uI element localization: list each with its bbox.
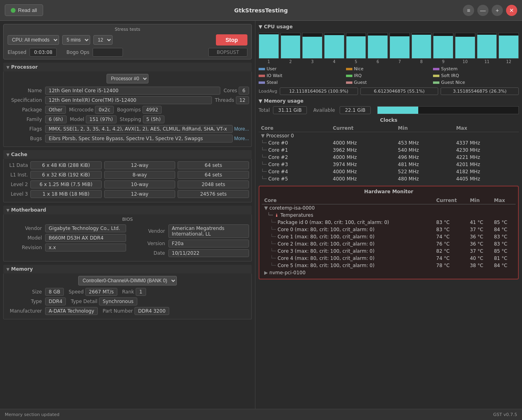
cpu-bar-label: 2 — [289, 59, 292, 64]
hw-sensor-current: 82 °C — [434, 248, 467, 255]
hw-sensor-max: 81 °C — [492, 255, 516, 262]
cache-row-label: Level 3 — [6, 191, 28, 197]
name-row: Name 12th Gen Intel Core i5-12400 Cores … — [6, 87, 249, 95]
cpu-bar-label: 1 — [267, 59, 270, 64]
cpu-bar-fill — [455, 37, 475, 58]
mem-type-detail-value: Synchronous — [99, 297, 137, 305]
main-content: Stress tests CPU: All methods 5 mins 12 … — [0, 21, 522, 409]
clocks-core-min: 540 MHz — [395, 147, 454, 154]
hw-sensor-name: └─ Core 2 (max: 80, crit: 100, crit_alar… — [262, 240, 434, 248]
clocks-col-max: Max — [454, 125, 519, 132]
loadavg-1min: 12.11181640625 (100.9%) — [280, 87, 358, 95]
mb-vendor-label: Vendor — [6, 226, 42, 231]
cpu-bar-fill — [412, 35, 431, 58]
cpu-bar-fill — [324, 35, 344, 58]
flags-more-button[interactable]: More... — [234, 126, 249, 132]
read-all-button[interactable]: Read all — [5, 4, 43, 16]
cpu-bar-fill — [346, 36, 366, 58]
menu-button[interactable]: ≡ — [463, 5, 474, 16]
clocks-core-name: └─ Core #5 — [259, 175, 330, 182]
motherboard-right: Vendor American Megatrends International… — [129, 224, 249, 259]
hw-sensor-max: 85 °C — [492, 248, 516, 255]
clocks-core-name: └─ Core #2 — [259, 154, 330, 161]
bugs-more-button[interactable]: More... — [234, 136, 249, 141]
flags-label: Flags — [6, 126, 42, 132]
elapsed-row: Elapsed 0:03:08 Bogo Ops BOPSUST — [8, 48, 247, 57]
cpu-method-select[interactable]: CPU: All methods — [8, 35, 59, 45]
spec-value: 12th Gen Intel(R) Core(TM) i5-12400 — [45, 96, 212, 104]
maximize-button[interactable]: + — [492, 5, 503, 16]
legend-user: User — [259, 66, 344, 71]
package-label: Package — [6, 107, 42, 113]
clocks-processor-row: ▼ Processor 0 — [259, 132, 519, 140]
memory-select[interactable]: Controller0-ChannelA-DIMM0 (BANK 0) — [78, 276, 177, 285]
mem-type-detail-label: Type Detail — [71, 299, 97, 304]
legend-guest-label: Guest — [354, 80, 367, 85]
cpu-bar-container — [477, 33, 497, 59]
cache-arrow: ▼ — [6, 153, 10, 157]
cache-row-sets: 64 sets — [178, 171, 249, 179]
right-panel: ▼ CPU usage 123456789101112 User Nice Sy… — [255, 21, 522, 409]
clocks-core-max: 4405 MHz — [454, 175, 519, 182]
bios-vendor-value: American Megatrends International, LL — [168, 224, 249, 238]
memory-bar — [377, 106, 519, 114]
hw-col-min: Min — [467, 197, 491, 204]
processor-header[interactable]: ▼ Processor — [3, 63, 252, 71]
duration-select[interactable]: 5 mins — [62, 35, 90, 45]
hw-sensor-max: 83 °C — [492, 240, 516, 248]
clocks-core-row: └─ Core #4 4000 MHz 522 MHz 4182 MHz — [259, 168, 519, 175]
legend-guest: Guest — [346, 80, 432, 85]
cpu-usage-label: CPU usage — [264, 24, 293, 30]
stop-button[interactable]: Stop — [216, 34, 247, 46]
minimize-button[interactable]: — — [477, 5, 488, 16]
cache-row-assoc: 12-way — [104, 190, 176, 198]
family-label: Family — [6, 117, 42, 122]
clocks-col-min: Min — [395, 125, 454, 132]
cache-row: L1 Data 6 x 48 KiB (288 KiB) 12-way 64 s… — [6, 161, 249, 169]
workers-select[interactable]: 12 — [93, 35, 113, 45]
cache-row-size: 6 x 48 KiB (288 KiB) — [30, 161, 102, 169]
processor-select[interactable]: Processor #0 — [107, 74, 148, 83]
guest-color — [346, 81, 352, 84]
cpu-bar-fill — [499, 36, 518, 58]
elapsed-value: 0:03:08 — [30, 48, 57, 57]
motherboard-header[interactable]: ▼ Motherboard — [3, 206, 252, 214]
memory-header[interactable]: ▼ Memory — [3, 265, 252, 273]
hw-nvme-row[interactable]: ▶ nvme-pci-0100 — [262, 269, 516, 276]
status-version: GST v0.7.5 — [493, 412, 517, 417]
hw-sensor-min: 37 °C — [467, 226, 491, 233]
loadavg-row: LoadAvg 12.11181640625 (100.9%) 6.612304… — [259, 87, 519, 95]
cpu-bar-container — [411, 33, 432, 59]
cache-section: ▼ Cache L1 Data 6 x 48 KiB (288 KiB) 12-… — [3, 150, 252, 202]
cache-row-label: L1 Inst. — [6, 172, 28, 178]
mem-part-value: DDR4 3200 — [134, 307, 169, 315]
legend-iowait: IO Wait — [259, 73, 344, 78]
hw-coretemp-row: ▼ coretemp-isa-0000 — [262, 204, 516, 212]
clocks-core-name: └─ Core #4 — [259, 168, 330, 175]
model-label: Model — [70, 117, 84, 122]
app-title: GtkStressTesting — [234, 7, 288, 14]
cpu-bar-label: 6 — [377, 59, 379, 64]
bios-date-value: 10/11/2022 — [168, 249, 249, 257]
clocks-title: Clocks — [259, 117, 519, 123]
threads-value: 12 — [236, 96, 249, 104]
hw-sensor-current: 74 °C — [434, 255, 467, 262]
cache-header[interactable]: ▼ Cache — [3, 150, 252, 159]
hw-sensor-min: 36 °C — [467, 233, 491, 240]
motherboard-label: Motherboard — [11, 207, 46, 213]
status-dot — [11, 8, 16, 13]
loadavg-5min: 6.6123046875 (55.1%) — [360, 87, 439, 95]
clocks-table: Core Current Min Max ▼ Processor 0 └─ Co… — [259, 125, 519, 182]
cache-label: Cache — [11, 152, 28, 157]
legend-nice-label: Nice — [354, 66, 364, 71]
cpu-usage-arrow: ▼ — [259, 24, 262, 30]
legend-guestnice-label: Guest Nice — [441, 80, 465, 85]
iowait-color — [259, 75, 265, 77]
hw-temperatures-label: └─ 🌡 Temperatures — [262, 212, 516, 219]
irq-color — [346, 75, 352, 77]
hw-sensor-current: 78 °C — [434, 262, 467, 269]
memory-usage-title: ▼ Memory usage — [259, 98, 519, 104]
close-button[interactable]: ✕ — [506, 5, 517, 16]
hw-sensor-name: └─ Core 5 (max: 80, crit: 100, crit_alar… — [262, 262, 434, 269]
clocks-core-current: 4000 MHz — [330, 175, 395, 182]
